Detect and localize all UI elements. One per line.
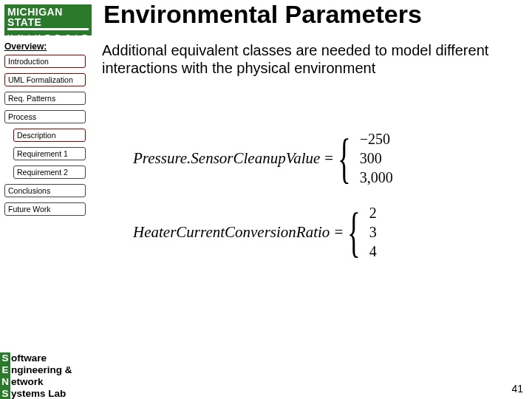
nav-process[interactable]: Process xyxy=(4,110,86,123)
slide-title: Environmental Parameters xyxy=(103,0,422,29)
nav-future-work[interactable]: Future Work xyxy=(4,202,86,216)
nav-uml-formalization[interactable]: UML Formalization xyxy=(4,73,86,86)
nav-conclusions[interactable]: Conclusions xyxy=(4,184,86,197)
nav-req-patterns[interactable]: Req. Patterns xyxy=(4,92,86,105)
overview-label: Overview: xyxy=(4,41,47,52)
eq2-val-0: 2 xyxy=(369,203,377,222)
curly-brace-icon: { xyxy=(347,210,361,254)
equations-block: Pressure.SensorCleanupValue = { −250 300… xyxy=(133,129,488,277)
nav-description[interactable]: Description xyxy=(13,129,86,142)
rest-2: etwork xyxy=(11,376,44,387)
rest-1: ngineering & xyxy=(11,364,72,375)
eq2-val-1: 3 xyxy=(369,222,377,242)
cap-n: N xyxy=(0,376,10,388)
sidebar-nav: Introduction UML Formalization Req. Patt… xyxy=(4,55,86,221)
logo-line1: MICHIGAN STATE xyxy=(7,7,89,30)
eq1-val-2: 3,000 xyxy=(360,168,393,187)
curly-brace-icon: { xyxy=(338,136,351,180)
eq1-val-0: −250 xyxy=(360,129,393,149)
equation-1: Pressure.SensorCleanupValue = { −250 300… xyxy=(133,129,488,187)
page-number: 41 xyxy=(511,383,523,395)
rest-0: oftware xyxy=(11,352,47,364)
cap-e: E xyxy=(0,364,10,376)
equation-2: HeaterCurrentConversionRatio = { 2 3 4 xyxy=(133,203,488,261)
cap-s2: S xyxy=(0,388,10,399)
rest-3: ystems Lab xyxy=(11,388,66,399)
university-logo: MICHIGAN STATE U N I V E R S I T Y xyxy=(4,4,92,35)
eq2-lhs: HeaterCurrentConversionRatio xyxy=(133,223,330,242)
eq1-values: −250 300 3,000 xyxy=(360,129,393,187)
nav-introduction[interactable]: Introduction xyxy=(4,55,86,68)
equals-sign: = xyxy=(334,223,343,242)
eq2-val-2: 4 xyxy=(369,242,377,261)
nav-requirement-1[interactable]: Requirement 1 xyxy=(13,147,86,160)
nav-requirement-2[interactable]: Requirement 2 xyxy=(13,166,86,179)
equals-sign: = xyxy=(324,149,333,168)
eq2-values: 2 3 4 xyxy=(369,203,377,261)
body-paragraph: Additional equivalent classes are needed… xyxy=(102,41,516,77)
eq1-lhs: Pressure.SensorCleanupValue xyxy=(133,149,320,168)
cap-s1: S xyxy=(0,352,10,364)
lab-footer: Software Engineering & Network Systems L… xyxy=(0,352,72,399)
eq1-val-1: 300 xyxy=(360,149,393,168)
